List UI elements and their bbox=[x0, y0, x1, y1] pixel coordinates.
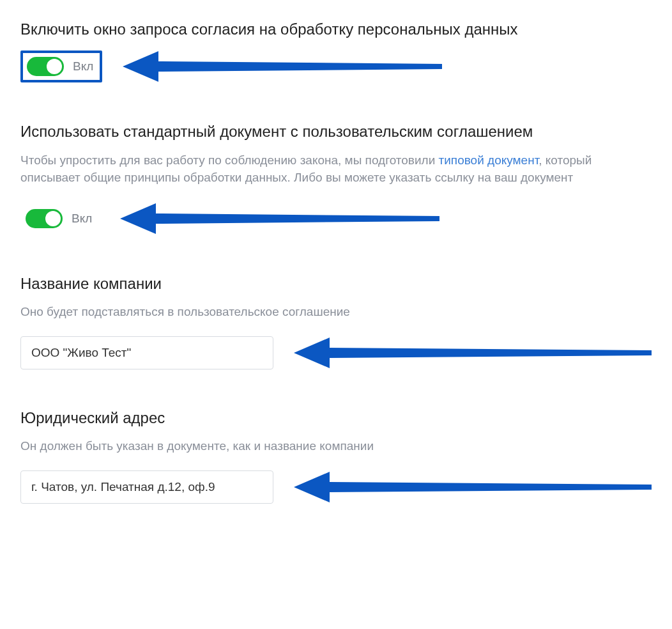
standard-doc-desc-pre: Чтобы упростить для вас работу по соблюд… bbox=[20, 153, 439, 167]
consent-toggle-heading: Включить окно запроса согласия на обрабо… bbox=[20, 19, 652, 40]
svg-marker-2 bbox=[294, 338, 652, 368]
svg-marker-0 bbox=[123, 51, 442, 82]
company-name-section: Название компании Оно будет подставлятьс… bbox=[20, 274, 652, 371]
consent-toggle-row: Вкл bbox=[20, 49, 652, 84]
annotation-arrow-icon bbox=[294, 469, 652, 505]
standard-doc-toggle-row: Вкл bbox=[20, 201, 652, 237]
toggle-knob bbox=[45, 211, 61, 226]
legal-address-section: Юридический адрес Он должен быть указан … bbox=[20, 408, 652, 505]
svg-marker-3 bbox=[294, 472, 652, 502]
consent-toggle-label: Вкл bbox=[73, 59, 93, 74]
standard-doc-toggle-wrap: Вкл bbox=[20, 204, 100, 233]
annotation-arrow-icon bbox=[294, 335, 652, 371]
company-name-input[interactable] bbox=[20, 336, 273, 369]
annotation-arrow-icon bbox=[120, 201, 439, 237]
toggle-knob bbox=[47, 59, 62, 74]
standard-doc-toggle-label: Вкл bbox=[72, 212, 92, 226]
consent-toggle-highlight-box: Вкл bbox=[20, 50, 102, 82]
annotation-arrow-icon bbox=[123, 49, 442, 84]
legal-address-row bbox=[20, 469, 652, 505]
consent-toggle[interactable] bbox=[27, 57, 64, 76]
legal-address-description: Он должен быть указан в документе, как и… bbox=[20, 437, 652, 455]
company-name-row bbox=[20, 335, 652, 371]
standard-doc-toggle[interactable] bbox=[26, 209, 63, 228]
legal-address-input[interactable] bbox=[20, 470, 273, 504]
svg-marker-1 bbox=[120, 203, 439, 234]
standard-doc-link[interactable]: типовой документ bbox=[439, 153, 539, 167]
standard-doc-heading: Использовать стандартный документ с поль… bbox=[20, 121, 652, 142]
company-name-heading: Название компании bbox=[20, 274, 652, 294]
standard-doc-section: Использовать стандартный документ с поль… bbox=[20, 121, 652, 236]
standard-doc-description: Чтобы упростить для вас работу по соблюд… bbox=[20, 151, 652, 187]
legal-address-heading: Юридический адрес bbox=[20, 408, 652, 428]
company-name-description: Оно будет подставляться в пользовательск… bbox=[20, 303, 652, 321]
consent-toggle-section: Включить окно запроса согласия на обрабо… bbox=[20, 19, 652, 84]
